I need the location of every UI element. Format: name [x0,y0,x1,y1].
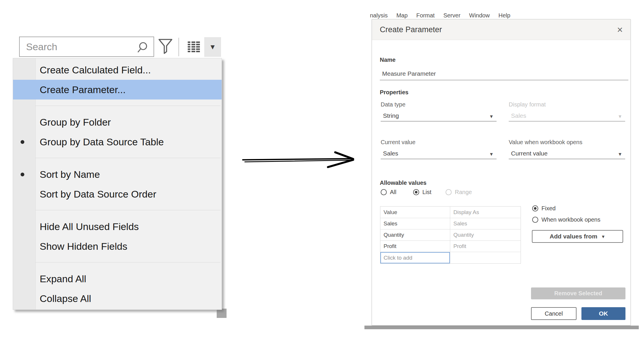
radio-selected-icon [413,189,419,195]
table-cell-value[interactable]: Profit [380,241,450,252]
menu-divider [13,152,222,164]
value-when-workbook-opens-label: Value when workbook opens [509,139,582,146]
menu-divider [13,256,222,269]
radio-selected-icon [532,205,538,211]
menu-item-label: Sort by Name [40,169,100,180]
caret-down-icon: ▼ [489,152,494,157]
fields-context-menu: Create Calculated Field... Create Parame… [13,58,222,310]
toolbar-divider [178,38,179,56]
radio-range-label: Range [455,189,472,196]
menu-item-collapse-all[interactable]: Collapse All [13,289,222,308]
name-label: Name [380,57,395,63]
display-format-select: Sales ▼ [509,110,625,122]
name-input[interactable] [380,68,628,80]
filter-button[interactable] [157,38,174,56]
menu-item-show-hidden-fields[interactable]: Show Hidden Fields [13,236,222,256]
window-edge-strip [364,325,639,329]
radio-icon [381,189,387,195]
data-type-select[interactable]: String ▼ [381,110,497,122]
menu-item-label: Collapse All [40,293,91,304]
table-cell-empty[interactable] [450,252,521,263]
tutorial-arrow [238,144,359,175]
menu-item-label: Create Calculated Field... [40,64,151,76]
screenshot-stage: nalysis Map Format Server Window Help [0,0,644,342]
data-type-value: String [383,112,399,119]
remove-selected-button: Remove Selected [531,287,625,299]
table-header-value: Value [380,207,450,218]
allowable-values-label: Allowable values [380,180,426,186]
radio-all-label: All [390,189,396,196]
fields-menu-dropdown-button[interactable]: ▼ [204,37,221,57]
menubar-item-format[interactable]: Format [416,12,435,19]
properties-label: Properties [380,89,408,96]
value-when-workbook-opens-value: Current value [511,150,548,157]
menu-item-sort-by-name[interactable]: Sort by Name [13,164,222,184]
menubar-item-help[interactable]: Help [498,12,510,19]
table-cell-display[interactable]: Profit [450,241,521,252]
menu-divider [13,99,222,112]
menu-item-label: Show Hidden Fields [40,241,127,252]
menubar-item-server[interactable]: Server [443,12,460,19]
menu-item-expand-all[interactable]: Expand All [13,269,222,289]
menu-item-group-by-data-source-table[interactable]: Group by Data Source Table [13,132,222,152]
radio-fixed-label: Fixed [541,205,556,212]
background-scrollbar-fragment [217,309,227,318]
radio-list[interactable]: List [413,189,431,196]
close-button[interactable]: ✕ [615,25,625,35]
menu-item-label: Group by Data Source Table [40,136,164,148]
table-cell-display[interactable]: Quantity [450,229,521,241]
radio-range: Range [446,189,472,196]
ok-button[interactable]: OK [581,307,625,320]
menu-item-sort-by-data-source-order[interactable]: Sort by Data Source Order [13,184,222,204]
search-input[interactable] [20,41,154,53]
caret-down-icon: ▼ [601,234,605,239]
menu-item-label: Create Parameter... [40,84,126,95]
table-cell-click-to-add[interactable]: Click to add [380,252,450,263]
menu-divider [13,204,222,217]
radio-fixed[interactable]: Fixed [532,205,556,212]
menu-item-label: Hide All Unused Fields [40,221,139,232]
menu-item-create-parameter[interactable]: Create Parameter... [13,80,222,99]
table-cell-display[interactable]: Sales [450,218,521,229]
data-type-label: Data type [381,101,406,108]
filter-icon [158,38,173,56]
menubar-item-window[interactable]: Window [469,12,490,19]
menu-item-create-calculated-field[interactable]: Create Calculated Field... [13,60,222,80]
current-value-select[interactable]: Sales ▼ [381,148,497,159]
add-values-from-label: Add values from [550,233,597,240]
radio-all[interactable]: All [381,189,396,196]
search-icon [136,41,149,55]
menu-item-label: Expand All [40,273,86,285]
grid-view-button[interactable] [187,40,201,55]
current-value-value: Sales [383,150,398,157]
menu-item-group-by-folder[interactable]: Group by Folder [13,112,222,132]
display-format-label: Display format [509,101,546,108]
caret-down-icon: ▼ [618,152,622,157]
values-table: Value Display As Sales Sales Quantity Qu… [380,206,521,264]
menubar-item-analysis[interactable]: nalysis [370,12,388,19]
search-box [19,37,154,57]
dialog-title: Create Parameter [380,25,442,34]
menu-item-label: Sort by Data Source Order [40,189,156,200]
cancel-button[interactable]: Cancel [531,307,577,320]
menubar-item-map[interactable]: Map [396,12,408,19]
caret-down-icon: ▼ [489,114,494,119]
menubar-fragment: nalysis Map Format Server Window Help [370,12,510,19]
menu-item-hide-all-unused-fields[interactable]: Hide All Unused Fields [13,217,222,236]
close-icon: ✕ [617,26,623,35]
table-cell-value[interactable]: Sales [380,218,450,229]
table-cell-value[interactable]: Quantity [380,229,450,241]
radio-when-workbook-opens-label: When workbook opens [541,216,600,223]
radio-disabled-icon [446,189,452,195]
menu-item-label: Group by Folder [40,117,111,128]
add-values-from-button[interactable]: Add values from ▼ [532,230,623,243]
radio-when-workbook-opens[interactable]: When workbook opens [532,216,600,223]
display-format-value: Sales [511,112,526,119]
grid-list-icon [188,41,200,54]
bullet-dot-icon [21,173,24,176]
caret-down-icon: ▼ [209,44,216,50]
value-when-workbook-opens-select[interactable]: Current value ▼ [509,148,625,159]
bullet-dot-icon [21,140,24,144]
radio-icon [532,217,538,223]
current-value-label: Current value [381,139,415,146]
